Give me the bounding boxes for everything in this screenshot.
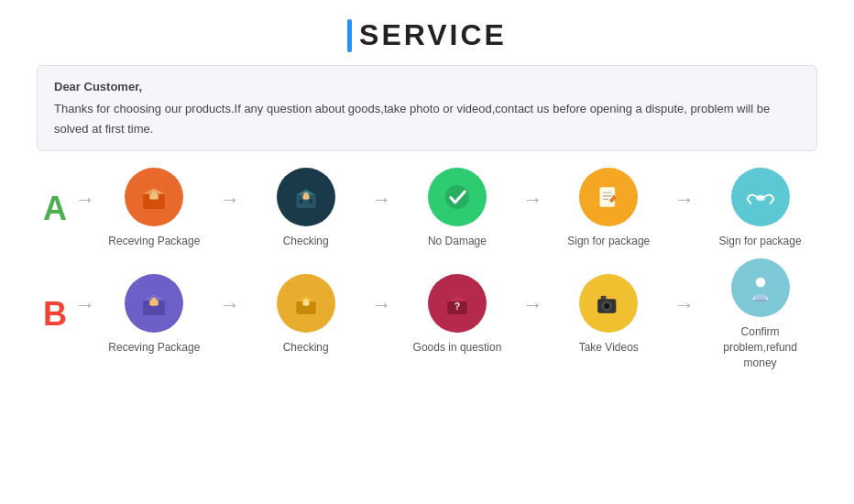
flow-b-label: B	[37, 295, 73, 334]
flow-a-section: A → Receving Package →	[37, 168, 817, 249]
flow-b-item-question: ? Goods in question	[407, 274, 508, 356]
flow-b-video-label: Take Videos	[579, 340, 639, 356]
page-title: SERVICE	[359, 18, 507, 52]
svg-rect-8	[300, 200, 303, 204]
receiving-package-icon-b	[125, 274, 183, 333]
flow-a-sign1-label: Sign for package	[567, 234, 650, 249]
flow-b-receiving-label: Receving Package	[108, 340, 200, 356]
arrow-a-4: →	[674, 188, 695, 230]
svg-point-36	[755, 278, 765, 288]
notice-greeting: Dear Customer,	[54, 77, 800, 97]
confirm-refund-icon	[731, 258, 790, 317]
flow-a-checking-label: Checking	[283, 234, 329, 249]
svg-rect-24	[303, 299, 308, 305]
notice-body: Thanks for choosing our products.If any …	[54, 99, 800, 139]
svg-rect-38	[753, 300, 766, 301]
svg-rect-25	[300, 305, 303, 310]
svg-rect-20	[152, 298, 157, 305]
flow-b-item-checking: Checking	[256, 274, 356, 356]
arrow-b-4: →	[674, 293, 695, 335]
svg-point-33	[606, 304, 609, 308]
flow-a-items: Receving Package → Checking →	[97, 168, 817, 249]
arrow-a-3: →	[523, 188, 543, 230]
arrow-a-1: →	[220, 188, 240, 230]
flow-a-nodamage-label: No Damage	[428, 234, 487, 249]
no-damage-icon	[428, 168, 487, 226]
goods-question-icon: ?	[428, 274, 487, 333]
flow-a-item-receiving: Receving Package	[104, 168, 204, 249]
arrow-a-2: →	[371, 188, 391, 230]
svg-text:?: ?	[454, 301, 461, 312]
flow-b-item-video: Take Videos	[558, 274, 659, 356]
arrow-a-start: →	[75, 188, 95, 230]
take-videos-icon	[579, 274, 638, 333]
svg-point-10	[445, 185, 469, 209]
flow-b-item-receiving: Receving Package	[104, 274, 204, 356]
sign-package-icon-1	[579, 168, 638, 226]
flow-b-checking-label: Checking	[283, 340, 329, 356]
svg-marker-35	[618, 301, 623, 311]
flow-b-items: Receving Package → Checking →	[97, 258, 817, 370]
flow-a-sign2-label: Sign for package	[719, 234, 802, 249]
arrow-b-2: →	[371, 293, 391, 335]
flow-a-item-checking: Checking	[256, 168, 356, 249]
arrow-b-start: →	[75, 293, 95, 335]
flow-a-receiving-label: Receving Package	[108, 234, 200, 249]
receiving-package-icon-a	[125, 168, 183, 226]
svg-rect-9	[309, 200, 312, 204]
svg-rect-26	[309, 305, 312, 310]
header: SERVICE	[347, 18, 507, 52]
page: SERVICE Dear Customer, Thanks for choosi…	[0, 0, 854, 504]
arrow-b-1: →	[220, 293, 240, 335]
flow-b-section: B → Receving Package →	[37, 258, 817, 370]
notice-box: Dear Customer, Thanks for choosing our p…	[37, 65, 817, 151]
svg-rect-7	[303, 193, 308, 200]
header-accent-bar	[347, 19, 352, 52]
flow-a-item-sign1: Sign for package	[558, 168, 659, 249]
handshake-icon	[731, 168, 790, 226]
flow-b-item-confirm: Confirm problem,refund money	[710, 258, 811, 370]
flow-a-item-sign2: Sign for package	[710, 168, 811, 249]
flow-a-item-nodamage: No Damage	[407, 168, 508, 249]
checking-icon-a	[277, 168, 335, 226]
flow-b-question-label: Goods in question	[413, 340, 502, 356]
arrow-b-3: →	[523, 293, 543, 335]
flow-b-confirm-label: Confirm problem,refund money	[710, 324, 811, 370]
checking-icon-b	[277, 274, 335, 333]
svg-rect-3	[152, 192, 157, 199]
svg-rect-34	[601, 296, 607, 301]
flow-a-label: A	[37, 190, 73, 228]
